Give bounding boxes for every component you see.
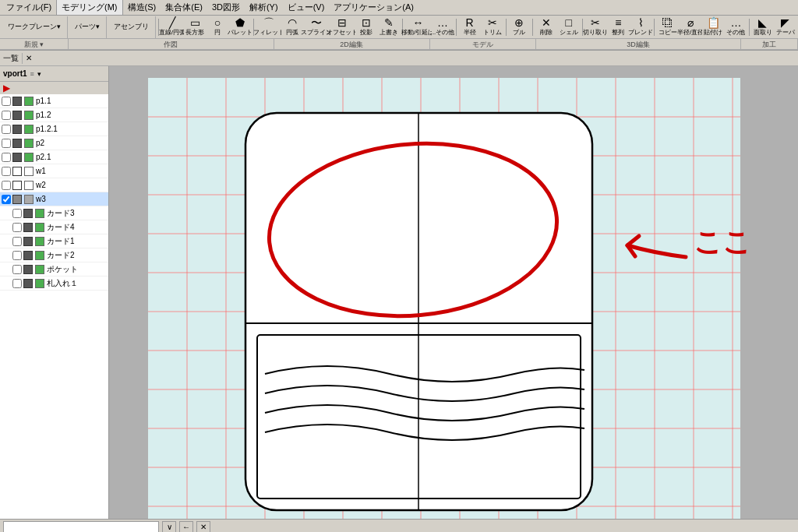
layer-item[interactable]: ポケット: [0, 262, 108, 277]
sep6: [532, 19, 533, 36]
diameter-button[interactable]: ⌀半径/直径: [680, 17, 701, 37]
layer-checkbox[interactable]: [12, 265, 22, 274]
line-arc-button[interactable]: ╱直線/円弧: [161, 17, 183, 37]
offset-button[interactable]: ⊟オフセット: [330, 17, 355, 37]
delete-button[interactable]: ✕削除: [535, 17, 557, 37]
viewport-label: vport1: [3, 69, 27, 78]
layer-item[interactable]: p2.1: [0, 150, 108, 164]
layer-color-icon: [23, 279, 33, 288]
sec-model: モデル: [430, 39, 536, 49]
layer-item[interactable]: p1.2: [0, 108, 108, 122]
layer-checkbox[interactable]: [12, 279, 22, 288]
layer-checkbox[interactable]: [2, 111, 11, 120]
layer-item[interactable]: w1: [0, 164, 108, 178]
overwrite-button[interactable]: ✎上書き: [378, 17, 400, 37]
sec-machining: 加工: [741, 39, 798, 49]
layer-checkbox[interactable]: [2, 181, 11, 190]
layer-color-icon: [12, 167, 22, 176]
layer-checkbox[interactable]: [2, 195, 11, 204]
arc-button[interactable]: ◠円弧: [281, 17, 303, 37]
menu-structure[interactable]: 構造(S): [123, 0, 161, 15]
assembly-button[interactable]: アセンブリ: [111, 17, 152, 37]
layer-list[interactable]: p1.1 p1.2 p1.2.1 p2: [0, 94, 108, 519]
align-button[interactable]: ≡整列: [607, 17, 629, 37]
layer-type-icon: [24, 195, 34, 204]
layer-name: w2: [36, 181, 46, 189]
layer-type-icon: [24, 111, 34, 120]
rect-button[interactable]: ▭長方形: [184, 17, 206, 37]
circle-button[interactable]: ○円: [207, 17, 228, 37]
radius-button[interactable]: R半径: [459, 17, 481, 37]
menu-analysis[interactable]: 解析(Y): [245, 0, 283, 15]
layer-item[interactable]: p2: [0, 136, 108, 150]
palette-button[interactable]: ⬟パレット: [229, 17, 251, 37]
layer-type-icon: [24, 153, 34, 162]
blend-button[interactable]: ⌇ブレンド: [630, 17, 651, 37]
layer-item[interactable]: カード2: [0, 248, 108, 262]
toolbar-row1: ワークプレーン▾ パーツ▾ アセンブリ ╱直線/円弧 ▭長方形 ○円 ⬟パレット…: [0, 16, 798, 39]
menubar: ファイル(F) モデリング(M) 構造(S) 集合体(E) 3D図形 解析(Y)…: [0, 0, 798, 16]
menu-application[interactable]: アプリケーション(A): [329, 0, 418, 15]
menu-modeling[interactable]: モデリング(M): [56, 0, 123, 16]
menu-assembly[interactable]: 集合体(E): [161, 0, 207, 15]
layer-color-icon: [12, 111, 22, 120]
layer-color-icon: [12, 181, 22, 190]
layer-checkbox[interactable]: [2, 167, 11, 176]
layer-item[interactable]: 札入れ１: [0, 277, 108, 291]
menu-file[interactable]: ファイル(F): [2, 0, 56, 15]
layer-type-icon: [35, 223, 44, 232]
layer-checkbox[interactable]: [12, 251, 22, 260]
chamfer-button[interactable]: ◣面取り: [752, 17, 774, 37]
paste-button[interactable]: 📋貼付け: [702, 17, 724, 37]
layer-item[interactable]: w2: [0, 178, 108, 192]
layer-color-icon: [23, 251, 33, 260]
section-labels-row: 新規 ▾ 作図 2D編集 モデル 3D編集 加工: [0, 39, 798, 50]
layer-item-w3[interactable]: w3: [0, 192, 108, 206]
trim-button[interactable]: ✂トリム: [482, 17, 503, 37]
other2-button[interactable]: …その他: [725, 17, 747, 37]
back-btn[interactable]: ←: [179, 521, 193, 533]
layer-checkbox[interactable]: [12, 209, 22, 218]
layer-item[interactable]: カード3: [0, 206, 108, 220]
fillet-button[interactable]: ⌒フィレット: [256, 17, 281, 37]
move-button[interactable]: ↔移動/引延は: [405, 17, 431, 37]
panel-header-x[interactable]: ✕: [26, 54, 32, 62]
viewport-header: vport1 ≡ ▾: [0, 66, 108, 82]
layer-checkbox[interactable]: [2, 97, 11, 106]
layer-type-icon: [24, 167, 34, 176]
layer-name: p2: [36, 139, 44, 147]
close-input-btn[interactable]: ✕: [196, 521, 210, 533]
layer-item[interactable]: p1.1: [0, 94, 108, 108]
layer-checkbox[interactable]: [2, 125, 11, 134]
parts-button[interactable]: パーツ▾: [72, 17, 103, 37]
layer-item[interactable]: カード4: [0, 220, 108, 234]
viewport-settings-icon[interactable]: ▾: [37, 70, 41, 78]
taper-button[interactable]: ◤テーパ: [775, 17, 796, 37]
layer-checkbox[interactable]: [2, 139, 11, 148]
bool-button[interactable]: ⊕ブル: [508, 17, 530, 37]
layer-color-icon: [23, 223, 33, 232]
layer-item[interactable]: p1.2.1: [0, 122, 108, 136]
shell-button[interactable]: □シェル: [558, 17, 580, 37]
command-input[interactable]: [3, 521, 159, 533]
menu-3d-shape[interactable]: 3D図形: [207, 0, 245, 15]
toolbar-assembly-group: アセンブリ: [108, 16, 156, 38]
layer-name: 札入れ１: [47, 278, 78, 289]
cut-button[interactable]: ✂切り取り: [584, 17, 606, 37]
other1-button[interactable]: …...その他: [432, 17, 454, 37]
menu-view[interactable]: ビュー(V): [283, 0, 330, 15]
layer-checkbox[interactable]: [12, 237, 22, 246]
layer-checkbox[interactable]: [12, 223, 22, 232]
spline-button[interactable]: 〜スプライン: [304, 17, 329, 37]
project-button[interactable]: ⊡投影: [355, 17, 377, 37]
layer-name: カード1: [47, 236, 75, 247]
layer-item[interactable]: カード1: [0, 234, 108, 248]
layer-type-icon: [35, 251, 44, 260]
layer-checkbox[interactable]: [2, 153, 11, 162]
layer-name: w1: [36, 167, 46, 175]
layer-color-icon: [12, 153, 22, 162]
dropdown-btn[interactable]: ∨: [162, 521, 176, 533]
canvas-area[interactable]: ここ /w3: [109, 66, 798, 519]
workplane-button[interactable]: ワークプレーン▾: [5, 17, 64, 37]
copy-button[interactable]: ⿻コピー: [657, 17, 679, 37]
